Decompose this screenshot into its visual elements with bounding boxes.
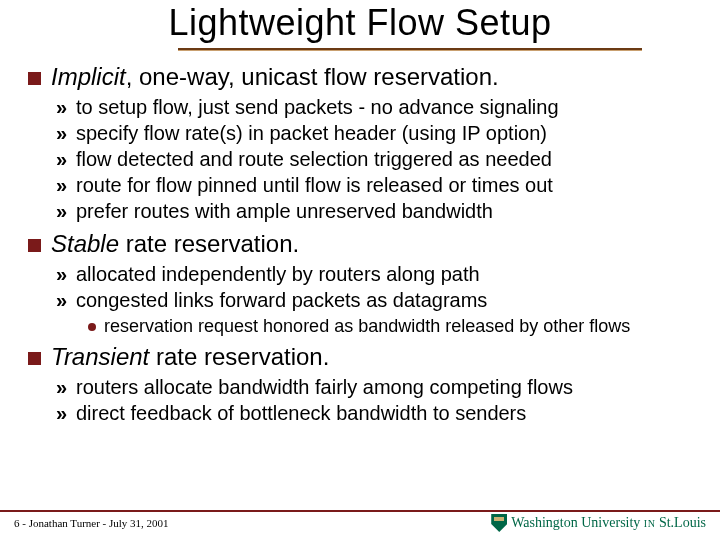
sub-item: »prefer routes with ample unreserved ban… (56, 198, 692, 224)
university-logo: Washington University IN St.Louis (491, 514, 706, 532)
raquo-icon: » (56, 287, 70, 313)
university-name: Washington University IN St.Louis (511, 515, 706, 531)
bullet-2-emph: Stable (51, 230, 119, 257)
bullet-3-emph: Transient (51, 343, 149, 370)
bullet-3: Transient rate reservation. (28, 343, 692, 372)
sub-item: »congested links forward packets as data… (56, 287, 692, 313)
sub-item: »route for flow pinned until flow is rel… (56, 172, 692, 198)
square-bullet-icon (28, 239, 41, 252)
sub-item: »direct feedback of bottleneck bandwidth… (56, 400, 692, 426)
footer-left: 6 - Jonathan Turner - July 31, 2001 (14, 517, 169, 529)
sub-item: »allocated independently by routers alon… (56, 261, 692, 287)
bullet-1-rest: , one-way, unicast flow reservation. (126, 63, 499, 90)
dot-bullet-icon (88, 323, 96, 331)
sub-item: »to setup flow, just send packets - no a… (56, 94, 692, 120)
content: Implicit, one-way, unicast flow reservat… (18, 51, 702, 426)
bullet-3-text: Transient rate reservation. (51, 343, 329, 372)
subsub-item: reservation request honored as bandwidth… (88, 315, 692, 338)
raquo-icon: » (56, 120, 70, 146)
sub-item: »specify flow rate(s) in packet header (… (56, 120, 692, 146)
raquo-icon: » (56, 146, 70, 172)
bullet-2-subs: »allocated independently by routers alon… (56, 261, 692, 313)
sub-text: direct feedback of bottleneck bandwidth … (76, 400, 526, 426)
sub-text: routers allocate bandwidth fairly among … (76, 374, 573, 400)
footer: 6 - Jonathan Turner - July 31, 2001 Wash… (0, 512, 720, 534)
bullet-1-emph: Implicit (51, 63, 126, 90)
slide: Lightweight Flow Setup Implicit, one-way… (0, 0, 720, 540)
shield-icon (491, 514, 507, 532)
bullet-2-rest: rate reservation. (119, 230, 299, 257)
bullet-3-rest: rate reservation. (149, 343, 329, 370)
bullet-1-subs: »to setup flow, just send packets - no a… (56, 94, 692, 224)
sub-text: prefer routes with ample unreserved band… (76, 198, 493, 224)
sub-text: congested links forward packets as datag… (76, 287, 487, 313)
footer-right: Washington University IN St.Louis (491, 514, 706, 532)
subsub-text: reservation request honored as bandwidth… (104, 315, 630, 338)
square-bullet-icon (28, 352, 41, 365)
sub-text: allocated independently by routers along… (76, 261, 480, 287)
bullet-1-text: Implicit, one-way, unicast flow reservat… (51, 63, 499, 92)
sub-item: »flow detected and route selection trigg… (56, 146, 692, 172)
slide-title: Lightweight Flow Setup (18, 2, 702, 44)
title-wrap: Lightweight Flow Setup (18, 0, 702, 51)
sub-item: »routers allocate bandwidth fairly among… (56, 374, 692, 400)
bullet-1: Implicit, one-way, unicast flow reservat… (28, 63, 692, 92)
bullet-2-subsubs: reservation request honored as bandwidth… (88, 315, 692, 338)
sub-text: route for flow pinned until flow is rele… (76, 172, 553, 198)
raquo-icon: » (56, 94, 70, 120)
raquo-icon: » (56, 400, 70, 426)
raquo-icon: » (56, 374, 70, 400)
bullet-2-text: Stable rate reservation. (51, 230, 299, 259)
sub-text: specify flow rate(s) in packet header (u… (76, 120, 547, 146)
raquo-icon: » (56, 198, 70, 224)
square-bullet-icon (28, 72, 41, 85)
sub-text: flow detected and route selection trigge… (76, 146, 552, 172)
bullet-2: Stable rate reservation. (28, 230, 692, 259)
sub-text: to setup flow, just send packets - no ad… (76, 94, 559, 120)
bullet-3-subs: »routers allocate bandwidth fairly among… (56, 374, 692, 426)
raquo-icon: » (56, 172, 70, 198)
raquo-icon: » (56, 261, 70, 287)
